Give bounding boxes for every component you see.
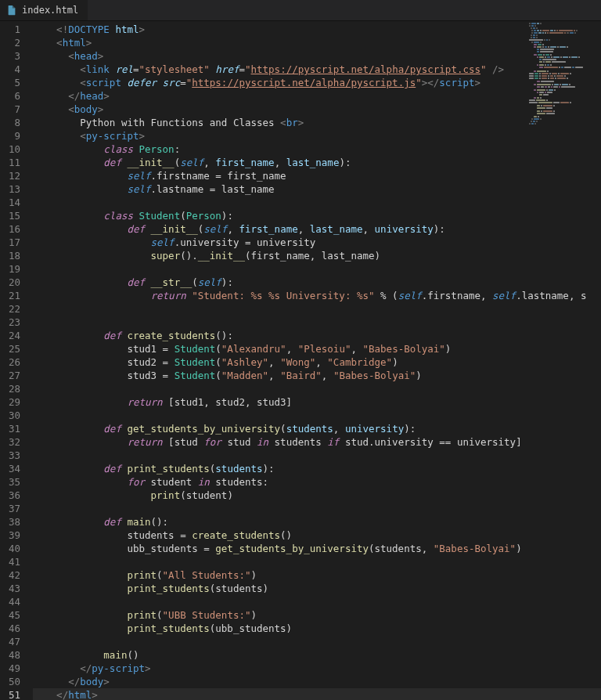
line-number: 16 xyxy=(0,222,28,236)
code-line[interactable]: super().__init__(first_name, last_name) xyxy=(33,249,601,262)
code-line[interactable]: </html> xyxy=(33,688,601,700)
code-line[interactable]: print_students(ubb_students) xyxy=(33,622,601,635)
line-number: 18 xyxy=(0,249,28,262)
code-line[interactable]: </head> xyxy=(33,89,601,103)
line-number: 25 xyxy=(0,342,28,355)
line-number: 15 xyxy=(0,209,28,222)
code-line[interactable] xyxy=(33,196,601,209)
code-line[interactable]: <body> xyxy=(33,103,601,116)
code-line[interactable]: <script defer src="https://pyscript.net/… xyxy=(33,76,601,89)
code-line[interactable]: def main(): xyxy=(33,515,601,529)
code-line[interactable]: main() xyxy=(33,648,601,662)
line-number: 47 xyxy=(0,635,28,648)
code-line[interactable]: <py-script> xyxy=(33,129,601,143)
line-number: 43 xyxy=(0,582,28,595)
line-number: 38 xyxy=(0,515,28,529)
line-number: 48 xyxy=(0,648,28,662)
line-number: 22 xyxy=(0,302,28,316)
code-line[interactable]: print(student) xyxy=(33,489,601,502)
line-number: 40 xyxy=(0,542,28,555)
code-line[interactable] xyxy=(33,316,601,329)
line-number: 19 xyxy=(0,262,28,276)
line-number: 24 xyxy=(0,329,28,342)
line-number: 23 xyxy=(0,316,28,329)
code-line[interactable]: return [stud for stud in students if stu… xyxy=(33,435,601,449)
line-number: 31 xyxy=(0,422,28,435)
line-number: 8 xyxy=(0,116,28,129)
line-number: 13 xyxy=(0,182,28,196)
line-number: 11 xyxy=(0,156,28,169)
code-line[interactable]: <!DOCTYPE html> xyxy=(33,23,601,36)
line-number: 44 xyxy=(0,595,28,608)
code-line[interactable]: return "Student: %s %s University: %s" %… xyxy=(33,289,601,302)
code-line[interactable]: print("All Students:") xyxy=(33,568,601,582)
line-number: 27 xyxy=(0,369,28,382)
code-line[interactable]: self.lastname = last_name xyxy=(33,182,601,196)
tab-index-html[interactable]: index.html xyxy=(0,0,88,20)
line-number: 35 xyxy=(0,475,28,489)
line-number: 36 xyxy=(0,489,28,502)
code-line[interactable] xyxy=(33,555,601,568)
code-line[interactable]: <link rel="stylesheet" href="https://pys… xyxy=(33,63,601,76)
line-number: 1 xyxy=(0,23,28,36)
code-line[interactable]: print_students(students) xyxy=(33,582,601,595)
file-icon xyxy=(6,5,17,16)
code-line[interactable]: <html> xyxy=(33,36,601,49)
line-number: 32 xyxy=(0,435,28,449)
line-number: 6 xyxy=(0,89,28,103)
code-area[interactable]: <!DOCTYPE html> <html> <head> <link rel=… xyxy=(28,21,601,700)
line-number: 49 xyxy=(0,662,28,675)
code-line[interactable]: def __str__(self): xyxy=(33,276,601,289)
code-line[interactable]: Python with Functions and Classes <br> xyxy=(33,116,601,129)
code-line[interactable]: def create_students(): xyxy=(33,329,601,342)
code-line[interactable]: stud2 = Student("Ashley", "Wong", "Cambr… xyxy=(33,355,601,369)
code-line[interactable]: return [stud1, stud2, stud3] xyxy=(33,395,601,409)
code-line[interactable] xyxy=(33,449,601,462)
code-line[interactable]: def __init__(self, first_name, last_name… xyxy=(33,222,601,236)
line-number: 41 xyxy=(0,555,28,568)
code-line[interactable] xyxy=(33,635,601,648)
code-line[interactable] xyxy=(33,502,601,515)
line-number: 33 xyxy=(0,449,28,462)
code-line[interactable]: print("UBB Students:") xyxy=(33,608,601,622)
code-line[interactable]: class Person: xyxy=(33,143,601,156)
line-number-gutter: 1234567891011121314151617181920212223242… xyxy=(0,21,28,700)
tab-filename: index.html xyxy=(22,5,78,16)
line-number: 46 xyxy=(0,622,28,635)
code-line[interactable]: self.university = university xyxy=(33,236,601,249)
line-number: 34 xyxy=(0,462,28,475)
code-line[interactable]: stud3 = Student("Madden", "Baird", "Babe… xyxy=(33,369,601,382)
code-line[interactable] xyxy=(33,409,601,422)
line-number: 37 xyxy=(0,502,28,515)
line-number: 39 xyxy=(0,529,28,542)
code-line[interactable]: students = create_students() xyxy=(33,529,601,542)
code-line[interactable]: def get_students_by_university(students,… xyxy=(33,422,601,435)
code-line[interactable]: def print_students(students): xyxy=(33,462,601,475)
code-line[interactable]: for student in students: xyxy=(33,475,601,489)
line-number: 2 xyxy=(0,36,28,49)
code-line[interactable]: <head> xyxy=(33,49,601,63)
code-line[interactable] xyxy=(33,595,601,608)
line-number: 9 xyxy=(0,129,28,143)
code-line[interactable]: </body> xyxy=(33,675,601,688)
line-number: 3 xyxy=(0,49,28,63)
line-number: 50 xyxy=(0,675,28,688)
code-line[interactable] xyxy=(33,382,601,395)
code-line[interactable]: def __init__(self, first_name, last_name… xyxy=(33,156,601,169)
code-line[interactable]: stud1 = Student("Alexandru", "Plesoiu", … xyxy=(33,342,601,355)
code-line[interactable]: class Student(Person): xyxy=(33,209,601,222)
code-line[interactable] xyxy=(33,302,601,316)
code-line[interactable] xyxy=(33,262,601,276)
code-line[interactable]: self.firstname = first_name xyxy=(33,169,601,182)
line-number: 12 xyxy=(0,169,28,182)
line-number: 21 xyxy=(0,289,28,302)
line-number: 45 xyxy=(0,608,28,622)
editor[interactable]: 1234567891011121314151617181920212223242… xyxy=(0,21,601,700)
line-number: 14 xyxy=(0,196,28,209)
code-line[interactable]: </py-script> xyxy=(33,662,601,675)
line-number: 28 xyxy=(0,382,28,395)
line-number: 26 xyxy=(0,355,28,369)
code-line[interactable]: ubb_students = get_students_by_universit… xyxy=(33,542,601,555)
line-number: 51 xyxy=(0,688,28,700)
line-number: 10 xyxy=(0,143,28,156)
